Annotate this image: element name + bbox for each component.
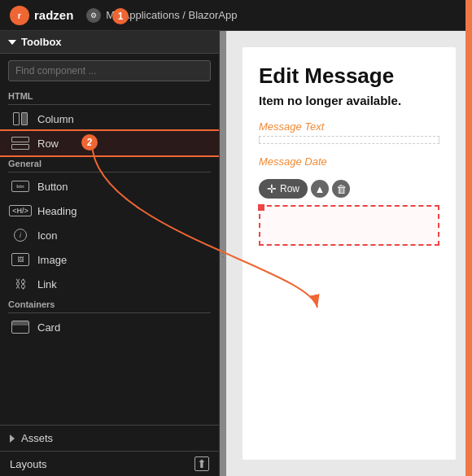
toolbox-label: Toolbox — [21, 36, 62, 48]
col-bar-2 — [21, 112, 28, 125]
message-text-input[interactable] — [259, 136, 439, 144]
message-text-label: Message Text — [259, 120, 439, 133]
row-toolbar: ✛ Row ▲ 🗑 — [259, 179, 439, 199]
sidebar-item-column[interactable]: Column — [0, 107, 219, 131]
sidebar: Toolbox HTML Column — [0, 31, 220, 476]
html-divider — [8, 104, 211, 105]
sidebar-item-row[interactable]: Row — [0, 131, 219, 155]
form-subtitle: Item no longer available. — [259, 94, 439, 107]
add-layout-icon[interactable]: ⬆ — [194, 456, 209, 471]
link-icon: ⛓ — [10, 276, 31, 292]
drop-zone[interactable] — [259, 205, 439, 246]
col-bar-1 — [13, 112, 20, 125]
image-icon: 🖼 — [10, 251, 31, 268]
containers-divider — [8, 312, 211, 313]
card-label: Card — [37, 321, 60, 334]
column-label: Column — [37, 113, 74, 125]
logo[interactable]: r radzen — [10, 6, 73, 25]
heading-label: Heading — [37, 205, 76, 217]
row-bar-1 — [11, 137, 29, 142]
content-area: Edit Message Item no longer available. M… — [226, 31, 472, 476]
column-icon — [10, 111, 31, 127]
sidebar-item-button[interactable]: btn Button — [0, 174, 219, 199]
row-icon — [10, 135, 31, 151]
message-date-label: Message Date — [259, 155, 439, 168]
general-divider — [8, 172, 211, 172]
layouts-bar: Layouts ⬆ — [0, 451, 219, 476]
app-icon: ⚙ — [86, 8, 101, 23]
row-label: Row — [37, 138, 59, 150]
assets-label: Assets — [21, 432, 53, 444]
button-label: Button — [37, 181, 68, 193]
form-area: Edit Message Item no longer available. M… — [243, 47, 456, 460]
topbar: r radzen ⚙ My Applications / BlazorApp — [0, 0, 472, 31]
row-up-button[interactable]: ▲ — [311, 180, 329, 198]
resize-handle[interactable]: ⋮ — [220, 31, 226, 476]
icon-label: Icon — [37, 229, 58, 242]
message-date-field: Message Date — [259, 155, 439, 168]
layouts-label: Layouts — [10, 458, 47, 470]
row-button[interactable]: ✛ Row — [259, 179, 308, 199]
row-delete-button[interactable]: 🗑 — [332, 180, 350, 198]
button-icon: btn — [10, 178, 31, 194]
sidebar-item-card[interactable]: Card — [0, 315, 219, 339]
breadcrumb-text: My Applications / BlazorApp — [106, 9, 237, 21]
link-label: Link — [37, 278, 57, 290]
containers-section-label: Containers — [0, 296, 219, 311]
drop-zone-corner — [258, 204, 264, 211]
toolbox-arrow-icon — [8, 40, 16, 45]
sidebar-item-icon[interactable]: i Icon — [0, 223, 219, 247]
icon-icon: i — [10, 227, 31, 243]
breadcrumb: ⚙ My Applications / BlazorApp — [86, 8, 237, 23]
row-bar-2 — [11, 144, 29, 150]
logo-text: radzen — [34, 8, 73, 22]
sidebar-item-link[interactable]: ⛓ Link — [0, 272, 219, 296]
search-box — [0, 54, 219, 88]
sidebar-item-heading[interactable]: <H/> Heading — [0, 199, 219, 223]
form-title: Edit Message — [259, 63, 439, 89]
toolbox-header: Toolbox — [0, 31, 219, 54]
heading-icon: <H/> — [10, 203, 31, 219]
radzen-logo-icon: r — [10, 6, 29, 25]
orange-scroll-bar — [465, 31, 472, 476]
row-button-label: Row — [280, 183, 299, 194]
assets-arrow-icon — [10, 435, 15, 443]
html-section-label: HTML — [0, 88, 219, 103]
search-input[interactable] — [8, 60, 211, 81]
sidebar-item-image[interactable]: 🖼 Image — [0, 247, 219, 272]
general-section-label: General — [0, 155, 219, 170]
message-text-field: Message Text — [259, 120, 439, 144]
image-label: Image — [37, 254, 67, 266]
sidebar-item-assets[interactable]: Assets — [0, 426, 219, 451]
main-layout: Toolbox HTML Column — [0, 31, 472, 476]
sidebar-bottom: Assets Layouts ⬆ — [0, 425, 219, 476]
row-btn-plus-icon: ✛ — [267, 182, 277, 195]
card-icon — [10, 319, 31, 335]
card-icon-body — [12, 325, 28, 333]
